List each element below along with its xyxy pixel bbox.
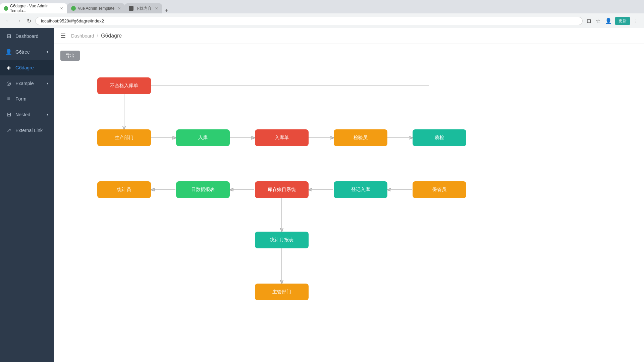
app: ⊞ Dashboard 👤 G6tree ▾ ◈ G6dagre ◎ Examp… (0, 28, 644, 362)
g6dagre-icon: ◈ (5, 64, 12, 71)
sidebar-label-dashboard: Dashboard (15, 34, 48, 39)
node-label-n13: 主管部门 (272, 289, 291, 295)
sidebar-item-g6tree[interactable]: 👤 G6tree ▾ (0, 44, 54, 60)
sidebar-label-g6dagre: G6dagre (15, 65, 48, 70)
node-n3[interactable]: 入库 (176, 129, 230, 146)
tab-label-2: Vue Admin Template (78, 6, 114, 11)
flowchart: 不合格入库单 生产部门 入库 入库单 检验员 (60, 67, 429, 302)
forward-button[interactable]: → (15, 16, 23, 25)
node-n11[interactable]: 保管员 (413, 181, 466, 198)
menu-toggle-icon[interactable]: ☰ (60, 32, 66, 40)
example-arrow: ▾ (47, 81, 48, 85)
tab-bar: G6dagre - Vue Admin Templa... ✕ Vue Admi… (0, 0, 644, 13)
g6tree-icon: 👤 (5, 49, 12, 55)
node-label-n10: 登记入库 (351, 187, 370, 193)
export-button[interactable]: 导出 (60, 51, 80, 61)
tab-vue-admin[interactable]: Vue Admin Template ✕ (67, 3, 125, 13)
node-label-n2: 生产部门 (115, 135, 133, 141)
sidebar-item-form[interactable]: ≡ Form (0, 91, 54, 107)
sidebar-item-g6dagre[interactable]: ◈ G6dagre (0, 60, 54, 75)
tab-close-1[interactable]: ✕ (60, 6, 63, 11)
nav-bar: ← → ↻ ⊡ ☆ 👤 更新 ⋮ (0, 13, 644, 28)
tab-close-2[interactable]: ✕ (118, 6, 121, 11)
example-icon: ◎ (5, 80, 12, 86)
node-n2[interactable]: 生产部门 (97, 129, 151, 146)
node-label-n6: 质检 (435, 135, 444, 141)
nested-icon: ⊟ (5, 111, 12, 118)
tab-label-3: 下载内容 (136, 6, 152, 11)
tab-close-3[interactable]: ✕ (155, 6, 158, 11)
node-n6[interactable]: 质检 (413, 129, 466, 146)
node-n1[interactable]: 不合格入库单 (97, 77, 151, 94)
tab-favicon-3 (129, 6, 133, 11)
back-button[interactable]: ← (4, 16, 12, 25)
sidebar-label-form: Form (15, 96, 48, 102)
address-bar[interactable] (35, 17, 583, 25)
breadcrumb-bar: ☰ Dashboard / G6dagre (54, 28, 644, 44)
tab-favicon-1 (4, 6, 8, 11)
tab-favicon-2 (71, 6, 76, 11)
node-label-n4: 入库单 (275, 135, 289, 141)
sidebar-item-nested[interactable]: ⊟ Nested ▾ (0, 107, 54, 122)
sidebar-label-external: External Link (15, 128, 48, 133)
tab-g6dagre[interactable]: G6dagre - Vue Admin Templa... ✕ (0, 3, 67, 13)
node-n5[interactable]: 检验员 (334, 129, 387, 146)
main-content: ☰ Dashboard / G6dagre 导出 (54, 28, 644, 362)
sidebar: ⊞ Dashboard 👤 G6tree ▾ ◈ G6dagre ◎ Examp… (0, 28, 54, 362)
breadcrumb-home: Dashboard (71, 33, 94, 39)
sidebar-label-g6tree: G6tree (15, 49, 43, 55)
bookmark-button[interactable]: ☆ (594, 16, 602, 25)
profile-button[interactable]: 👤 (604, 16, 613, 25)
new-tab-button[interactable]: + (162, 7, 170, 13)
node-label-n5: 检验员 (354, 135, 368, 141)
nested-arrow: ▾ (47, 113, 48, 116)
menu-button[interactable]: ⋮ (632, 16, 640, 25)
sidebar-item-dashboard[interactable]: ⊞ Dashboard (0, 28, 54, 44)
content-area: 导出 (54, 44, 644, 362)
external-icon: ↗ (5, 127, 12, 133)
node-n7[interactable]: 统计员 (97, 181, 151, 198)
tab-label-1: G6dagre - Vue Admin Templa... (10, 4, 57, 13)
sidebar-label-nested: Nested (15, 112, 43, 117)
cast-button[interactable]: ⊡ (585, 16, 592, 25)
sidebar-item-example[interactable]: ◎ Example ▾ (0, 75, 54, 91)
node-label-n1: 不合格入库单 (110, 83, 138, 89)
dashboard-icon: ⊞ (5, 33, 12, 39)
node-label-n9: 库存账目系统 (268, 187, 296, 193)
browser-chrome: G6dagre - Vue Admin Templa... ✕ Vue Admi… (0, 0, 644, 28)
node-n12[interactable]: 统计月报表 (255, 232, 309, 248)
sidebar-label-example: Example (15, 81, 43, 86)
node-label-n11: 保管员 (432, 187, 446, 193)
node-label-n7: 统计员 (117, 187, 131, 193)
node-n8[interactable]: 日数据报表 (176, 181, 230, 198)
sidebar-item-external[interactable]: ↗ External Link (0, 122, 54, 138)
breadcrumb-separator: / (97, 33, 98, 39)
node-label-n12: 统计月报表 (270, 237, 293, 243)
nav-right: ⊡ ☆ 👤 更新 ⋮ (585, 16, 640, 25)
update-button[interactable]: 更新 (615, 17, 630, 25)
reload-button[interactable]: ↻ (25, 16, 33, 25)
breadcrumb-current: G6dagre (101, 33, 122, 39)
g6tree-arrow: ▾ (47, 50, 48, 54)
tab-download[interactable]: 下载内容 ✕ (125, 3, 162, 13)
node-label-n3: 入库 (198, 135, 208, 141)
node-n9[interactable]: 库存账目系统 (255, 181, 309, 198)
form-icon: ≡ (5, 96, 12, 102)
node-n13[interactable]: 主管部门 (255, 284, 309, 300)
node-n10[interactable]: 登记入库 (334, 181, 387, 198)
node-label-n8: 日数据报表 (191, 187, 215, 193)
node-n4[interactable]: 入库单 (255, 129, 309, 146)
